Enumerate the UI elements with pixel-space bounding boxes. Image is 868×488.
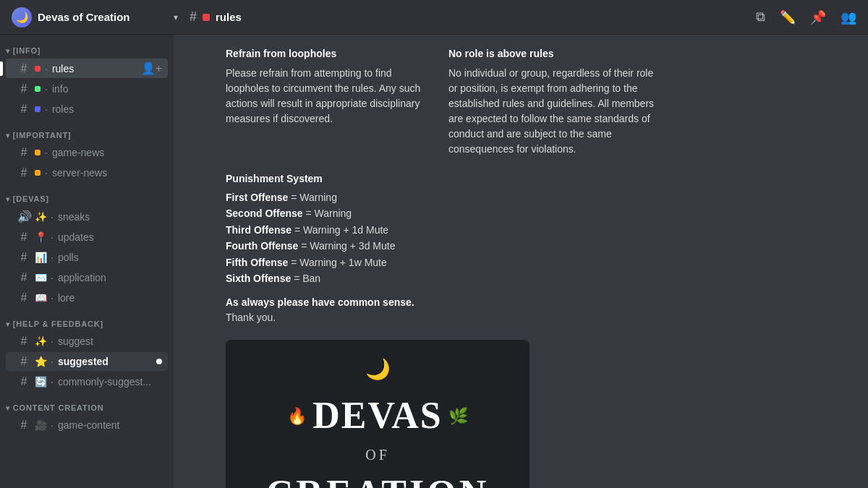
hash-icon: # [17,231,30,244]
offense-second: Second Offense = Warning [226,205,660,221]
channel-color-dot [35,66,41,72]
offense-second-label: Second Offense [226,207,303,219]
channel-header: # rules [178,9,756,25]
title-bar: 🌙 Devas of Creation ▾ # rules ⧉ ✏️ 📌 👥 [0,0,868,35]
channel-color-dot [35,86,41,92]
sidebar-item-updates[interactable]: # 📍 · updates [6,228,168,247]
channel-emoji: 📊 [35,252,46,263]
sidebar-item-suggested[interactable]: # ⭐ · suggested [6,352,168,371]
channel-emoji: 📖 [35,292,46,304]
channel-name-game-news: game-news [52,147,104,158]
channel-name-lore: lore [58,292,75,304]
logo-moon-icon: 🌙 [365,354,391,385]
closing-line2: Thank you. [226,310,660,325]
punishment-section: Punishment System First Offense = Warnin… [226,171,660,286]
server-icon: 🌙 [12,7,32,27]
category-arrow-icon: ▾ [6,47,10,55]
rules-columns: Refrain from loopholes Please refrain fr… [226,46,660,157]
col2-title: No role is above rules [448,46,660,61]
closing-message: As always please have common sense. Than… [226,295,660,325]
channel-color-dot [35,106,41,112]
offense-first-label: First Offense [226,192,288,203]
unread-indicator [156,359,162,364]
threads-icon[interactable]: ⧉ [756,9,765,25]
channel-name-rules: rules [52,63,74,74]
sidebar-item-lore[interactable]: # 📖 · lore [6,288,168,307]
category-arrow-icon: ▾ [6,404,10,412]
header-icons: ⧉ ✏️ 📌 👥 [756,9,856,25]
channel-name-game-content: game-content [58,419,120,431]
hash-icon: # [17,166,30,179]
pin-icon[interactable]: 📌 [810,9,826,25]
hash-icon: # [17,271,30,284]
offense-third: Third Offense = Warning + 1d Mute [226,222,660,238]
logo-divider-row: OF [357,444,399,466]
offense-fifth-label: Fifth Offense [226,257,288,268]
hash-icon: # [17,355,30,368]
channel-name-suggested: suggested [58,356,109,367]
channel-name-polls: polls [58,252,79,263]
rules-content: Refrain from loopholes Please refrain fr… [226,46,660,488]
sidebar-item-suggest[interactable]: # ✨ · suggest [6,332,168,351]
channel-name-updates: updates [58,231,94,243]
hash-icon: # [17,146,30,159]
col1-title: Refrain from loopholes [226,46,437,61]
hash-icon: # [17,62,30,75]
channel-name-info: info [52,83,69,95]
sidebar-item-game-news[interactable]: # · game-news [6,143,168,162]
offense-fifth: Fifth Offense = Warning + 1w Mute [226,254,660,270]
sidebar-item-polls[interactable]: # 📊 · polls [6,248,168,267]
category-arrow-icon: ▾ [6,320,10,328]
rules-col-no-role: No role is above rules No individual or … [448,46,660,157]
category-devas[interactable]: ▾ [DEVAS] [0,183,174,206]
channel-header-name: rules [216,11,242,23]
channel-name-commonly-suggested: commonly-suggest... [58,376,151,388]
edit-icon[interactable]: ✏️ [780,9,796,25]
channel-name-suggest: suggest [58,335,93,347]
server-selector[interactable]: 🌙 Devas of Creation ▾ [12,7,178,27]
server-logo: 🌙 🔥 DEVAS 🌿 OF CREATION [226,340,529,488]
sidebar-item-commonly-suggested[interactable]: # 🔄 · commonly-suggest... [6,372,168,391]
logo-of-text: OF [365,444,390,466]
hash-icon: # [17,82,30,95]
sidebar-item-server-news[interactable]: # · server-news [6,163,168,182]
col2-body: No individual or group, regardless of th… [448,66,660,157]
category-arrow-icon: ▾ [6,195,10,203]
sidebar-item-rules[interactable]: # · rules 👤+ [6,59,168,78]
members-icon[interactable]: 👥 [841,9,856,25]
category-info[interactable]: ▾ [INFO] [0,35,174,58]
channel-name-server-news: server-news [52,167,107,179]
channel-emoji: ✨ [35,335,46,347]
hash-icon: # [17,419,30,432]
hash-icon: # [17,103,30,116]
logo-creation-text: CREATION [266,466,489,488]
logo-fire-icon: 🔥 [287,404,307,428]
sidebar-item-game-content[interactable]: # 🎥 · game-content [6,416,168,435]
offense-first: First Offense = Warning [226,189,660,205]
offense-sixth-label: Sixth Offense [226,273,291,284]
hash-icon: # [17,375,30,388]
category-help[interactable]: ▾ [HELP & FEEDBACK] [0,308,174,331]
channel-name-sneaks: sneaks [58,211,90,223]
channel-emoji: ✨ [35,211,46,223]
hash-icon: # [17,291,30,304]
offense-sixth: Sixth Offense = Ban [226,270,660,286]
messages-container[interactable]: Refrain from loopholes Please refrain fr… [174,35,868,488]
category-important[interactable]: ▾ [IMPORTANT] [0,119,174,142]
sidebar-item-sneaks[interactable]: 🔊 ✨ · sneaks [6,207,168,226]
logo-title-row1: 🔥 DEVAS 🌿 [287,388,468,444]
category-arrow-icon: ▾ [6,132,10,140]
sidebar-item-application[interactable]: # ✉️ · application [6,268,168,287]
logo-leaf-icon: 🌿 [448,404,468,428]
rules-col-loopholes: Refrain from loopholes Please refrain fr… [226,46,437,157]
main-layout: ▾ [INFO] # · rules 👤+ # · info # · roles… [0,35,868,488]
category-content-creation[interactable]: ▾ CONTENT CREATION [0,392,174,415]
sidebar-item-info[interactable]: # · info [6,80,168,98]
sidebar-item-roles[interactable]: # · roles [6,100,168,119]
speaker-icon: 🔊 [17,210,30,223]
offense-fourth: Fourth Offense = Warning + 3d Mute [226,238,660,254]
add-member-icon[interactable]: 👤+ [141,61,162,75]
sidebar: ▾ [INFO] # · rules 👤+ # · info # · roles… [0,35,174,488]
punishment-title: Punishment System [226,171,660,187]
channel-dot-icon [203,14,210,21]
